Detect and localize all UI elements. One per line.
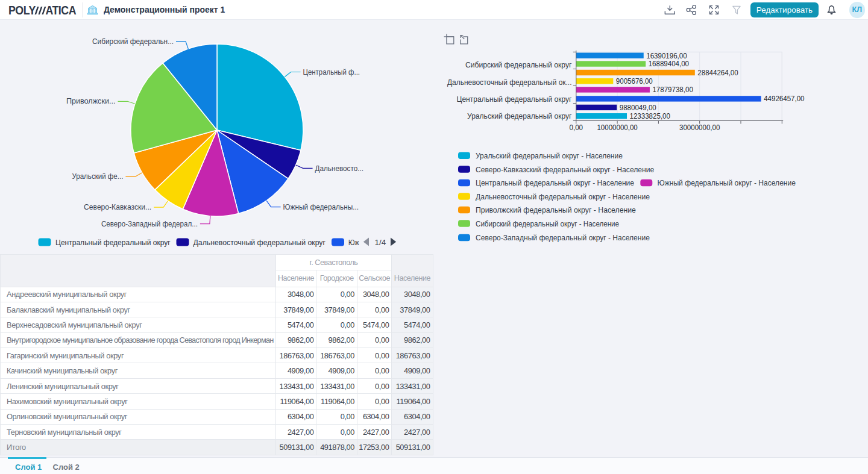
svg-text:Северо-Западный федеральный ок: Северо-Западный федеральный округ - Насе… [476,233,650,242]
svg-text:Сибирский федеральный округ -: Сибирский федеральный округ - Население [476,219,619,228]
svg-text:9880049,00: 9880049,00 [620,103,656,112]
svg-text:Сибирский федеральн...: Сибирский федеральн... [92,37,174,46]
svg-text:Приволжски...: Приволжски... [66,96,116,105]
svg-text:12333825,00: 12333825,00 [630,111,670,120]
svg-text:Сибирский федеральный округ: Сибирский федеральный округ [465,60,572,69]
svg-text:10000000,00: 10000000,00 [597,123,637,132]
svg-text:Северо-Кавказский федеральный: Северо-Кавказский федеральный округ - На… [476,165,654,174]
svg-text:Южный федеральный округ - Насе: Южный федеральный округ - Население [658,178,796,187]
svg-text:Центральный федеральный округ: Центральный федеральный округ [457,95,572,104]
svg-text:Дальневосточный федеральный ок: Дальневосточный федеральный округ [193,238,326,247]
svg-text:Дальневосто...: Дальневосто... [315,164,364,173]
svg-text:Центральный федеральный округ: Центральный федеральный округ [55,238,171,247]
svg-text:28844264,00: 28844264,00 [697,68,738,77]
svg-text:16390196,00: 16390196,00 [646,51,687,60]
svg-text:Южный федеральны...: Южный федеральны... [283,202,359,211]
svg-text:Юж: Юж [348,238,359,247]
svg-text:44926457,00: 44926457,00 [764,94,804,103]
svg-text:Центральный ф...: Центральный ф... [303,67,360,76]
svg-text:1/4: 1/4 [375,238,386,247]
svg-text:Дальневосточный федеральный ок: Дальневосточный федеральный округ - Насе… [476,192,650,201]
svg-text:9005676,00: 9005676,00 [616,76,653,86]
svg-text:Центральный федеральный округ: Центральный федеральный округ - Населени… [476,178,634,187]
svg-text:17879738,00: 17879738,00 [652,85,693,94]
svg-text:0,00: 0,00 [570,123,583,132]
svg-text:Приволжский федеральный округ: Приволжский федеральный округ - Населени… [476,205,636,214]
svg-text:Уральский фе...: Уральский фе... [72,172,123,181]
svg-text:Северо-Кавказски...: Северо-Кавказски... [84,202,151,211]
svg-text:30000000,00: 30000000,00 [679,123,720,132]
svg-text:Дальневосточный федеральный ок: Дальневосточный федеральный ок... [447,78,572,87]
svg-text:Северо-Западный федерал...: Северо-Западный федерал... [101,219,198,228]
svg-text:16889404,00: 16889404,00 [649,59,689,68]
svg-text:Уральский федеральный округ -: Уральский федеральный округ - Население [476,151,623,160]
svg-text:Уральский федеральный округ: Уральский федеральный округ [467,111,572,120]
